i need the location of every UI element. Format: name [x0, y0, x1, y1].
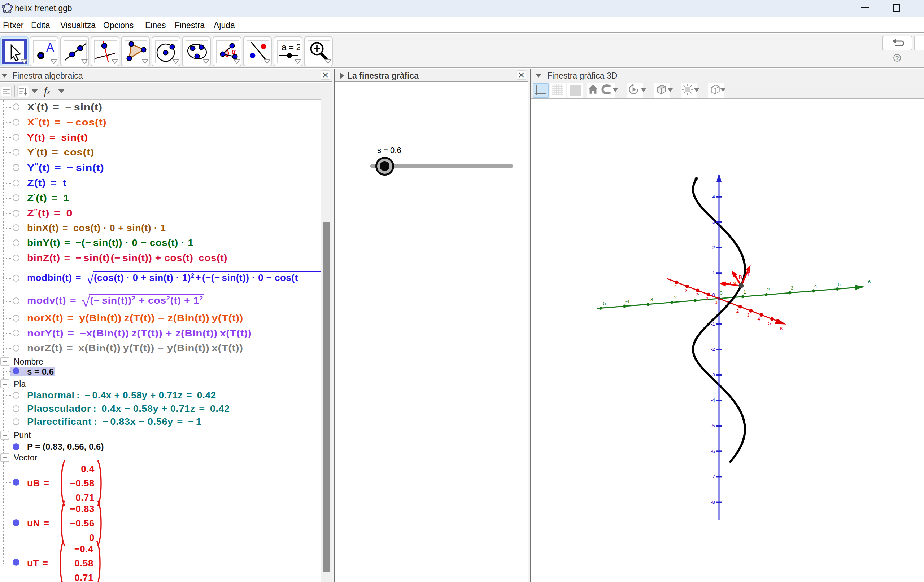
svg-text:-5: -5	[711, 423, 715, 428]
svg-text:-3: -3	[711, 372, 715, 378]
svg-text:-4: -4	[672, 284, 677, 289]
svg-text:-3: -3	[683, 288, 688, 293]
svg-text:a = 2: a = 2	[282, 42, 300, 52]
svg-text:2: 2	[736, 308, 739, 314]
svg-text:3: 3	[747, 312, 750, 318]
svg-text:5: 5	[838, 282, 841, 287]
svg-text:-1: -1	[705, 296, 709, 301]
svg-text:4: 4	[814, 283, 817, 289]
svg-text:0: 0	[712, 292, 715, 298]
svg-text:4: 4	[757, 316, 761, 322]
svg-text:uB: uB	[736, 275, 742, 280]
svg-text:-4: -4	[625, 299, 629, 304]
svg-text:5: 5	[768, 321, 771, 326]
svg-text:1: 1	[712, 270, 715, 276]
svg-text:2: 2	[767, 287, 770, 293]
svg-text:-3: -3	[649, 297, 653, 302]
svg-text:3: 3	[712, 219, 715, 225]
svg-text:6: 6	[780, 326, 783, 331]
svg-text:-8: -8	[711, 500, 715, 505]
svg-text:-4: -4	[711, 397, 715, 403]
svg-text:0: 0	[714, 300, 718, 305]
svg-text:-2: -2	[711, 347, 715, 352]
svg-text:6: 6	[868, 279, 871, 284]
svg-text:0: 0	[720, 290, 723, 296]
svg-text:-5: -5	[602, 301, 606, 306]
svg-text:A: A	[46, 41, 54, 54]
svg-text:3: 3	[791, 285, 794, 291]
svg-text:2: 2	[712, 245, 715, 250]
svg-text:4: 4	[712, 194, 715, 199]
svg-text:uN: uN	[730, 281, 736, 286]
svg-text:α: α	[232, 47, 236, 55]
svg-text:-6: -6	[711, 449, 715, 454]
svg-text:-7: -7	[711, 474, 715, 479]
svg-text:-2: -2	[694, 292, 698, 297]
svg-text:-2: -2	[672, 295, 677, 300]
svg-text:1: 1	[744, 289, 746, 294]
